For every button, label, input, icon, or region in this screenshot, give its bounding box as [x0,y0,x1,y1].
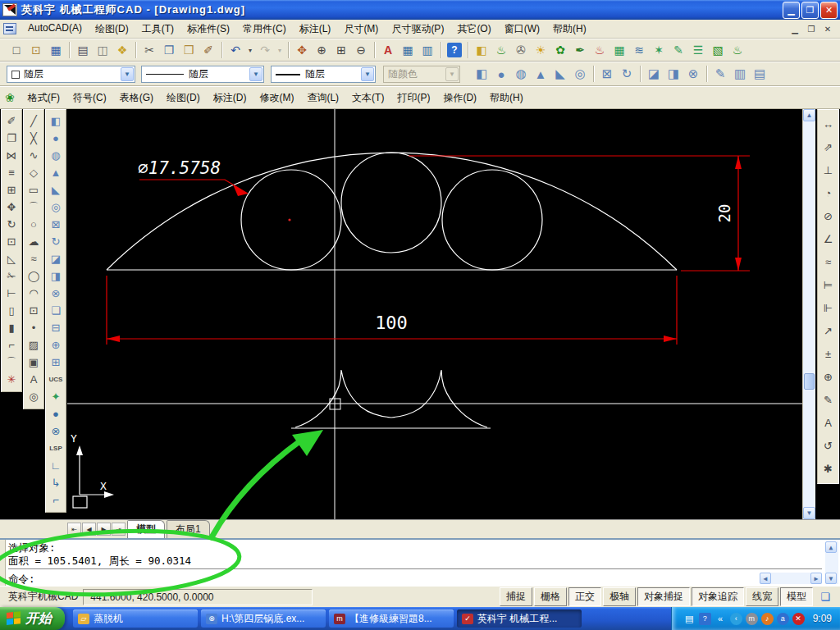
trim-icon[interactable]: ✁ [2,267,21,285]
dim-style-icon[interactable]: ✱ [819,457,838,480]
array-3d-icon[interactable]: ⊞ [47,354,65,371]
plot-status-icon[interactable]: ❏ [817,591,833,603]
scroll-up-button[interactable]: ▲ [803,109,815,121]
dim-update-icon[interactable]: ↺ [819,434,838,457]
intersect-icon[interactable]: ⊕ [47,336,65,354]
interfere-icon[interactable]: ⊗ [47,285,65,302]
ellipse-icon[interactable]: ◯ [25,267,43,285]
sphere-3d-icon[interactable]: ● [47,130,65,147]
tray-security-icon[interactable]: ✕ [792,613,805,625]
setup-profile-icon[interactable]: ▤ [750,65,769,83]
menu-tools[interactable]: 工具(T) [135,20,180,39]
layer-color-combo[interactable]: 随层 ▼ [7,66,135,83]
sphere-wire-icon[interactable]: ⊗ [47,422,65,440]
render-anim-icon[interactable]: ✇ [511,41,531,59]
tray-app-blue-icon[interactable]: ‹ [730,613,742,625]
cone-3d-icon[interactable]: ▲ [47,164,65,181]
fillet-icon[interactable]: ⌒ [2,354,21,371]
toggle-lineweight[interactable]: 线宽 [746,587,778,606]
scroll-right-button[interactable]: ▶ [810,573,822,584]
dim-ordinate-icon[interactable]: ⊥ [819,158,838,181]
setup-view-icon[interactable]: ▥ [730,65,750,83]
task-button-1[interactable]: ▱ 蒸脱机 [73,609,198,628]
scroll-up-button[interactable]: ▲ [825,541,837,553]
print-preview-icon[interactable]: ◫ [93,41,112,59]
task-button-2[interactable]: ⊗ H:\第四层锅底.ex... [201,609,326,628]
command-prompt[interactable]: 命令: [8,573,35,586]
toggle-snap[interactable]: 捕捉 [500,587,532,606]
solid-sphere-icon[interactable]: ● [491,65,511,83]
insert-block-icon[interactable]: ⊡ [25,302,43,319]
render-box-icon[interactable]: ◧ [472,41,491,59]
render-final-icon[interactable]: ♨ [728,41,747,59]
render-material-icon[interactable]: ✿ [550,41,570,59]
dim-angular-icon[interactable]: ∠ [819,227,838,250]
ucs-object-icon[interactable]: ⌐ [47,491,65,509]
cylinder-3d-icon[interactable]: ◍ [47,147,65,164]
mdi-close-button[interactable]: ✕ [822,25,833,34]
dim-tolerance-icon[interactable]: ± [819,342,838,365]
ellipse-arc-icon[interactable]: ◠ [25,285,43,302]
menu2-operate[interactable]: 操作(D) [436,89,483,107]
tray-keyboard-icon[interactable]: ▤ [683,613,696,625]
torus-3d-icon[interactable]: ◎ [47,199,65,216]
dim-text-edit-icon[interactable]: A [819,411,838,434]
scroll-down-button[interactable]: ▼ [803,507,815,519]
tab-prev-button[interactable]: ◀ [82,523,96,536]
dart-icon[interactable]: ✦ [47,388,65,405]
extend-icon[interactable]: ⊢ [2,285,21,302]
design-center-icon[interactable]: ▥ [418,41,437,59]
render-light-icon[interactable]: ☀ [531,41,550,59]
taskbar-clock[interactable]: 9:09 [813,613,832,624]
dim-edit-icon[interactable]: ✎ [819,388,838,411]
render-prefs-icon[interactable]: ▧ [708,41,728,59]
menu2-format[interactable]: 格式(F) [21,89,66,107]
canvas-vertical-scrollbar[interactable]: ▲ ▼ [802,109,815,519]
toggle-ortho[interactable]: 正交 [568,587,601,606]
extrude-icon[interactable]: ⊠ [47,216,65,233]
revolve-icon[interactable]: ↻ [47,233,65,250]
tray-help-icon[interactable]: ? [699,613,711,625]
format-painter-icon[interactable]: ✐ [199,41,218,59]
tab-last-button[interactable]: ⇥ [112,523,126,536]
tray-app-a-icon[interactable]: a [777,613,789,625]
mirror-icon[interactable]: ⋈ [2,147,21,164]
solid-box-icon[interactable]: ◧ [472,65,491,83]
break-point-icon[interactable]: ▯ [2,302,21,319]
render-teapot-icon[interactable]: ♨ [491,41,511,59]
tray-app-m-icon[interactable]: m [746,613,758,625]
help-icon[interactable]: ? [447,43,462,57]
landscape-new-icon[interactable]: ✶ [649,41,669,59]
tray-hidden-icons-button[interactable]: « [714,613,727,625]
menu-window[interactable]: 窗口(W) [498,20,546,39]
menu2-modify[interactable]: 修改(M) [253,89,300,107]
slice-icon[interactable]: ◪ [47,250,65,267]
solid-interfere-icon[interactable]: ⊗ [683,65,703,83]
paste-icon[interactable]: ❒ [179,41,199,59]
dim-baseline-icon[interactable]: ⊨ [819,273,838,296]
menu2-symbol[interactable]: 符号(C) [66,89,113,107]
command-horizontal-scrollbar[interactable]: ◀ ▶ [760,573,822,584]
chevron-down-icon[interactable]: ▼ [121,67,134,81]
offset-icon[interactable]: ≡ [2,164,21,181]
hatch-icon[interactable]: ▨ [25,336,43,354]
new-file-icon[interactable]: □ [7,41,26,59]
dim-center-mark-icon[interactable]: ⊕ [819,365,838,388]
solid-cylinder-icon[interactable]: ◍ [511,65,531,83]
tab-layout1[interactable]: 布局1 [167,520,210,539]
ucs-previous-icon[interactable]: ↳ [47,474,65,491]
solid-wedge-icon[interactable]: ◣ [550,65,570,83]
xline-icon[interactable]: ╳ [25,130,43,147]
menu-help[interactable]: 帮助(H) [546,20,593,39]
zoom-previous-icon[interactable]: ⊖ [351,41,371,59]
menu2-help[interactable]: 帮助(H) [483,89,530,107]
menu2-print[interactable]: 打印(P) [390,89,436,107]
move-icon[interactable]: ✥ [2,199,21,216]
layer-manager-icon[interactable]: ▦ [398,41,418,59]
menu-common-parts[interactable]: 常用件(C) [236,20,293,39]
mdi-restore-button[interactable]: ❐ [806,25,817,34]
point-icon[interactable]: • [25,319,43,336]
dim-aligned-icon[interactable]: ⇗ [819,135,838,158]
lsp-icon[interactable]: LSP [47,440,65,457]
dim-leader-icon[interactable]: ↗ [819,319,838,342]
